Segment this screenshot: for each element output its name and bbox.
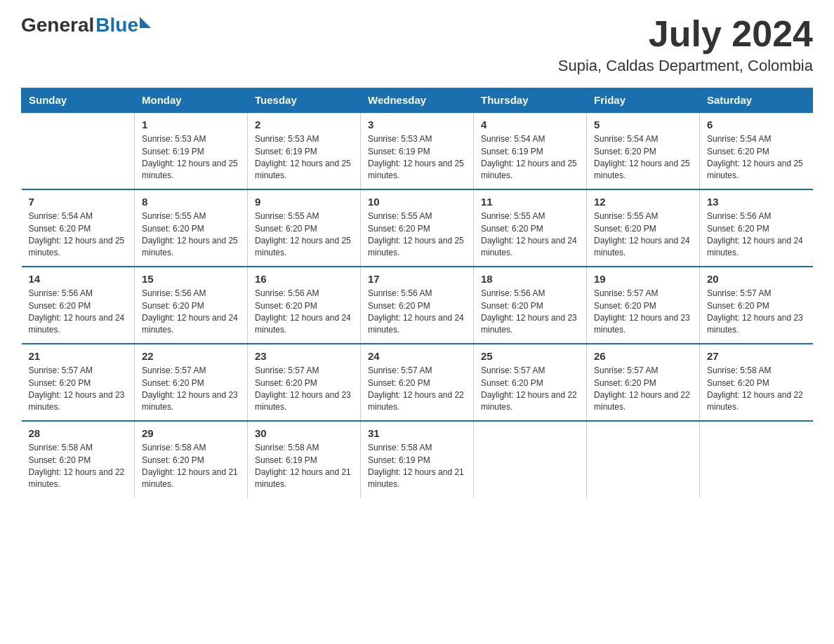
day-number: 21 — [29, 350, 128, 362]
day-number: 2 — [255, 119, 353, 130]
day-number: 25 — [481, 350, 579, 362]
calendar-cell: 23Sunrise: 5:57 AM Sunset: 6:20 PM Dayli… — [248, 344, 361, 421]
calendar-week-row: 21Sunrise: 5:57 AM Sunset: 6:20 PM Dayli… — [22, 344, 813, 421]
day-number: 8 — [142, 196, 240, 208]
calendar-cell: 20Sunrise: 5:57 AM Sunset: 6:20 PM Dayli… — [700, 267, 813, 344]
day-info: Sunrise: 5:53 AM Sunset: 6:19 PM Dayligh… — [142, 133, 240, 182]
calendar-header-row: Sunday Monday Tuesday Wednesday Thursday… — [22, 88, 813, 113]
day-info: Sunrise: 5:55 AM Sunset: 6:20 PM Dayligh… — [142, 210, 240, 260]
day-info: Sunrise: 5:56 AM Sunset: 6:20 PM Dayligh… — [368, 288, 466, 337]
day-number: 19 — [594, 273, 692, 285]
day-info: Sunrise: 5:57 AM Sunset: 6:20 PM Dayligh… — [368, 365, 466, 414]
day-number: 27 — [707, 350, 806, 362]
calendar-cell: 18Sunrise: 5:56 AM Sunset: 6:20 PM Dayli… — [474, 267, 587, 344]
day-info: Sunrise: 5:58 AM Sunset: 6:19 PM Dayligh… — [255, 442, 353, 491]
day-number: 26 — [594, 350, 692, 362]
day-number: 12 — [594, 196, 692, 208]
calendar-cell: 10Sunrise: 5:55 AM Sunset: 6:20 PM Dayli… — [361, 189, 474, 267]
day-number: 20 — [707, 273, 806, 285]
day-info: Sunrise: 5:57 AM Sunset: 6:20 PM Dayligh… — [707, 288, 806, 337]
logo-text-blue: Blue — [95, 14, 138, 36]
day-number: 15 — [142, 273, 240, 285]
day-info: Sunrise: 5:55 AM Sunset: 6:20 PM Dayligh… — [255, 210, 353, 260]
day-info: Sunrise: 5:56 AM Sunset: 6:20 PM Dayligh… — [142, 288, 240, 337]
calendar-cell: 6Sunrise: 5:54 AM Sunset: 6:20 PM Daylig… — [700, 112, 813, 189]
calendar-cell: 14Sunrise: 5:56 AM Sunset: 6:20 PM Dayli… — [22, 267, 135, 344]
day-info: Sunrise: 5:54 AM Sunset: 6:20 PM Dayligh… — [29, 210, 128, 260]
calendar-cell — [22, 112, 135, 189]
day-number: 5 — [594, 119, 692, 130]
logo-triangle-icon — [140, 17, 151, 28]
day-info: Sunrise: 5:56 AM Sunset: 6:20 PM Dayligh… — [29, 288, 128, 337]
day-number: 23 — [255, 350, 353, 362]
col-friday: Friday — [587, 88, 700, 113]
calendar-cell: 7Sunrise: 5:54 AM Sunset: 6:20 PM Daylig… — [22, 189, 135, 267]
day-info: Sunrise: 5:58 AM Sunset: 6:19 PM Dayligh… — [368, 442, 466, 491]
day-info: Sunrise: 5:56 AM Sunset: 6:20 PM Dayligh… — [707, 210, 806, 260]
title-section: July 2024 Supia, Caldas Department, Colo… — [558, 14, 813, 75]
day-number: 22 — [142, 350, 240, 362]
calendar-week-row: 14Sunrise: 5:56 AM Sunset: 6:20 PM Dayli… — [22, 267, 813, 344]
day-number: 9 — [255, 196, 353, 208]
col-monday: Monday — [135, 88, 248, 113]
col-saturday: Saturday — [700, 88, 813, 113]
calendar-cell: 3Sunrise: 5:53 AM Sunset: 6:19 PM Daylig… — [361, 112, 474, 189]
calendar-cell: 22Sunrise: 5:57 AM Sunset: 6:20 PM Dayli… — [135, 344, 248, 421]
calendar-cell: 31Sunrise: 5:58 AM Sunset: 6:19 PM Dayli… — [361, 421, 474, 498]
location-title: Supia, Caldas Department, Colombia — [558, 57, 813, 75]
col-thursday: Thursday — [474, 88, 587, 113]
calendar-cell: 5Sunrise: 5:54 AM Sunset: 6:20 PM Daylig… — [587, 112, 700, 189]
day-number: 16 — [255, 273, 353, 285]
day-info: Sunrise: 5:54 AM Sunset: 6:19 PM Dayligh… — [481, 133, 579, 182]
calendar-cell: 30Sunrise: 5:58 AM Sunset: 6:19 PM Dayli… — [248, 421, 361, 498]
day-info: Sunrise: 5:57 AM Sunset: 6:20 PM Dayligh… — [594, 288, 692, 337]
calendar-cell: 9Sunrise: 5:55 AM Sunset: 6:20 PM Daylig… — [248, 189, 361, 267]
day-number: 30 — [255, 427, 353, 439]
day-info: Sunrise: 5:58 AM Sunset: 6:20 PM Dayligh… — [29, 442, 128, 491]
calendar-cell: 2Sunrise: 5:53 AM Sunset: 6:19 PM Daylig… — [248, 112, 361, 189]
day-info: Sunrise: 5:58 AM Sunset: 6:20 PM Dayligh… — [707, 365, 806, 414]
day-number: 17 — [368, 273, 466, 285]
day-number: 24 — [368, 350, 466, 362]
day-number: 11 — [481, 196, 579, 208]
day-info: Sunrise: 5:53 AM Sunset: 6:19 PM Dayligh… — [255, 133, 353, 182]
day-number: 29 — [142, 427, 240, 439]
calendar-cell: 25Sunrise: 5:57 AM Sunset: 6:20 PM Dayli… — [474, 344, 587, 421]
calendar-cell: 28Sunrise: 5:58 AM Sunset: 6:20 PM Dayli… — [22, 421, 135, 498]
day-number: 4 — [481, 119, 579, 130]
calendar-cell: 26Sunrise: 5:57 AM Sunset: 6:20 PM Dayli… — [587, 344, 700, 421]
calendar-cell: 16Sunrise: 5:56 AM Sunset: 6:20 PM Dayli… — [248, 267, 361, 344]
day-info: Sunrise: 5:57 AM Sunset: 6:20 PM Dayligh… — [255, 365, 353, 414]
calendar-cell: 11Sunrise: 5:55 AM Sunset: 6:20 PM Dayli… — [474, 189, 587, 267]
calendar-cell: 27Sunrise: 5:58 AM Sunset: 6:20 PM Dayli… — [700, 344, 813, 421]
calendar-table: Sunday Monday Tuesday Wednesday Thursday… — [21, 88, 813, 498]
calendar-week-row: 28Sunrise: 5:58 AM Sunset: 6:20 PM Dayli… — [22, 421, 813, 498]
calendar-week-row: 7Sunrise: 5:54 AM Sunset: 6:20 PM Daylig… — [22, 189, 813, 267]
calendar-cell: 15Sunrise: 5:56 AM Sunset: 6:20 PM Dayli… — [135, 267, 248, 344]
calendar-cell — [474, 421, 587, 498]
calendar-cell — [700, 421, 813, 498]
day-info: Sunrise: 5:54 AM Sunset: 6:20 PM Dayligh… — [594, 133, 692, 182]
col-wednesday: Wednesday — [361, 88, 474, 113]
day-number: 31 — [368, 427, 466, 439]
day-number: 3 — [368, 119, 466, 130]
day-info: Sunrise: 5:57 AM Sunset: 6:20 PM Dayligh… — [594, 365, 692, 414]
day-info: Sunrise: 5:55 AM Sunset: 6:20 PM Dayligh… — [481, 210, 579, 260]
calendar-cell: 8Sunrise: 5:55 AM Sunset: 6:20 PM Daylig… — [135, 189, 248, 267]
logo: General Blue — [21, 14, 151, 36]
calendar-cell: 4Sunrise: 5:54 AM Sunset: 6:19 PM Daylig… — [474, 112, 587, 189]
day-number: 10 — [368, 196, 466, 208]
day-info: Sunrise: 5:57 AM Sunset: 6:20 PM Dayligh… — [29, 365, 128, 414]
day-info: Sunrise: 5:58 AM Sunset: 6:20 PM Dayligh… — [142, 442, 240, 491]
calendar-cell: 1Sunrise: 5:53 AM Sunset: 6:19 PM Daylig… — [135, 112, 248, 189]
calendar-cell: 24Sunrise: 5:57 AM Sunset: 6:20 PM Dayli… — [361, 344, 474, 421]
month-title: July 2024 — [558, 14, 813, 54]
day-info: Sunrise: 5:56 AM Sunset: 6:20 PM Dayligh… — [481, 288, 579, 337]
logo-text-general: General — [21, 14, 94, 36]
calendar-cell: 12Sunrise: 5:55 AM Sunset: 6:20 PM Dayli… — [587, 189, 700, 267]
calendar-cell: 19Sunrise: 5:57 AM Sunset: 6:20 PM Dayli… — [587, 267, 700, 344]
day-info: Sunrise: 5:56 AM Sunset: 6:20 PM Dayligh… — [255, 288, 353, 337]
day-number: 7 — [29, 196, 128, 208]
day-number: 1 — [142, 119, 240, 130]
calendar-cell: 13Sunrise: 5:56 AM Sunset: 6:20 PM Dayli… — [700, 189, 813, 267]
